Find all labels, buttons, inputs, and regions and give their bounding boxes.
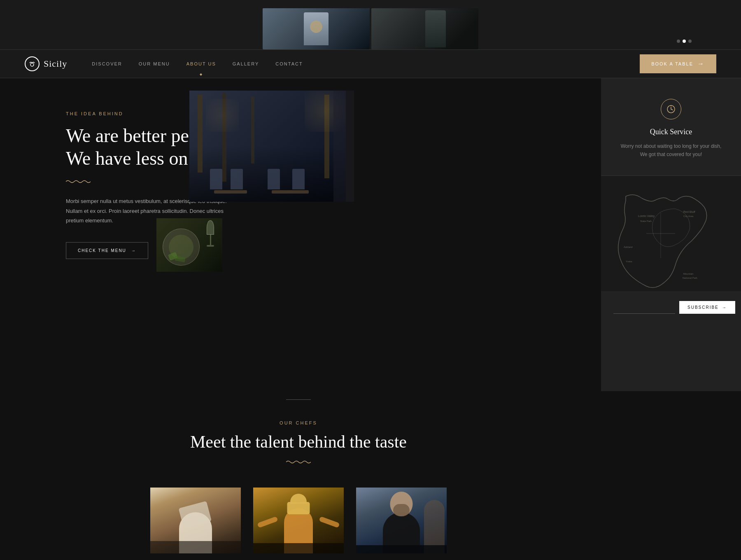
navbar: Sicily DISCOVER OUR MENU ABOUT US GALLER…	[0, 49, 741, 78]
svg-point-4	[671, 105, 671, 106]
chefs-section: OUR CHEFS Meet the talent behind the tas…	[0, 366, 597, 560]
carousel-dot-3[interactable]	[688, 40, 692, 43]
check-menu-button[interactable]: CHECK THE MENU →	[66, 242, 148, 259]
chefs-headline: Meet the talent behind the taste	[25, 432, 572, 452]
carousel-dot-2[interactable]	[683, 40, 686, 43]
chef-photo-3	[356, 488, 447, 553]
logo-text: Sicily	[44, 58, 67, 69]
subscribe-button[interactable]: SUBSCRIBE →	[679, 301, 735, 314]
svg-text:Yreka: Yreka	[626, 260, 632, 263]
section-divider	[286, 399, 311, 400]
svg-text:State Park: State Park	[640, 220, 652, 222]
nav-about-us[interactable]: ABOUT US	[186, 61, 216, 66]
quick-service-icon	[661, 99, 681, 119]
book-arrow-icon: →	[697, 60, 705, 68]
svg-line-3	[671, 109, 673, 110]
chef-card-3: Sarah Parker MANAGER	[356, 488, 447, 560]
hero-image-chef2	[371, 8, 478, 49]
svg-text:National Park: National Park	[683, 277, 698, 279]
svg-text:Mountain: Mountain	[683, 273, 694, 275]
subscribe-arrow-icon: →	[722, 305, 727, 310]
service-description: Worry not about waiting too long for you…	[618, 142, 725, 159]
hero-image-chef1	[263, 8, 370, 49]
subscribe-area: SUBSCRIBE →	[601, 291, 741, 324]
logo-area: Sicily	[25, 56, 67, 71]
book-table-label: BOOK A TABLE	[651, 61, 693, 66]
logo-icon	[25, 56, 40, 71]
chef-photo-1	[150, 488, 241, 553]
chefs-section-label: OUR CHEFS	[25, 420, 572, 425]
chefs-grid: Ben Burnley MAIN CHEF	[25, 488, 572, 560]
chef-photo-2	[253, 488, 344, 553]
chefs-wave-divider	[25, 458, 572, 467]
svg-text:Red Bluff: Red Bluff	[683, 210, 695, 213]
subscribe-input[interactable]	[613, 301, 675, 314]
nav-links: DISCOVER OUR MENU ABOUT US GALLERY CONTA…	[92, 61, 640, 66]
collage-edge	[333, 91, 354, 202]
right-panel: Quick Service Worry not about waiting to…	[601, 78, 741, 391]
carousel-dot-1[interactable]	[677, 40, 680, 43]
hero-strip	[0, 0, 741, 49]
chef-card-2: Chad Williams SOUS-CHEF	[253, 488, 344, 560]
svg-text:Loreto Valley: Loreto Valley	[638, 215, 655, 218]
nav-our-menu[interactable]: OUR MENU	[139, 61, 170, 66]
map-area: Loreto Valley State Park Red Bluff City …	[601, 176, 741, 291]
restaurant-photo	[189, 91, 346, 202]
nav-contact[interactable]: CONTACT	[275, 61, 303, 66]
photo-collage	[156, 91, 354, 305]
check-menu-arrow-icon: →	[131, 248, 136, 253]
chef-card-1: Ben Burnley MAIN CHEF	[150, 488, 241, 560]
subscribe-label: SUBSCRIBE	[687, 305, 719, 310]
food-photo	[156, 218, 222, 272]
outer-frame: Sicily DISCOVER OUR MENU ABOUT US GALLER…	[0, 0, 741, 560]
svg-text:Ashland: Ashland	[624, 246, 633, 248]
book-table-button[interactable]: BOOK A TABLE →	[640, 54, 716, 73]
check-menu-label: CHECK THE MENU	[78, 248, 126, 253]
service-title: Quick Service	[618, 128, 725, 136]
quick-service-card: Quick Service Worry not about waiting to…	[601, 78, 741, 176]
main-content: THE IDEA BEHIND We are better people whe…	[0, 78, 741, 366]
nav-discover[interactable]: DISCOVER	[92, 61, 122, 66]
nav-gallery[interactable]: GALLERY	[233, 61, 259, 66]
svg-text:City Area: City Area	[683, 215, 694, 217]
